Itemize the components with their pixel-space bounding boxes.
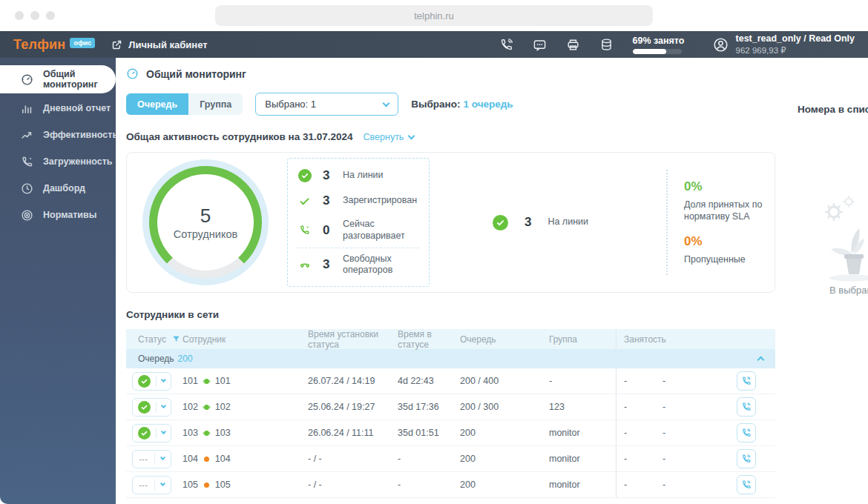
call-button[interactable]	[737, 397, 756, 417]
queue-cell: 200 / 400	[460, 376, 549, 386]
queue-cell: 200	[460, 428, 549, 438]
user-menu[interactable]: test_read_only / Read Only 962 969,93 ₽	[713, 33, 855, 56]
employee-ext: 104	[183, 454, 198, 464]
call-button[interactable]	[737, 475, 756, 494]
user-avatar-icon	[713, 37, 729, 53]
col-employee: Сотрудник	[183, 334, 308, 345]
chevron-down-icon	[161, 377, 166, 382]
sidebar-item-efficiency[interactable]: Эффективность	[0, 122, 116, 148]
address-bar[interactable]: telphin.ru	[215, 5, 653, 26]
check-icon	[297, 194, 312, 208]
call-button[interactable]	[737, 449, 756, 468]
sidebar-item-label: Нормативы	[43, 210, 96, 220]
stat-label: Сейчас разговаривает	[343, 219, 419, 242]
presence-dot-icon	[204, 483, 209, 488]
collapse-link[interactable]: Свернуть	[364, 132, 415, 142]
chevron-down-icon	[161, 403, 166, 408]
group-row-label: Очередь	[138, 354, 174, 364]
phone-icon[interactable]	[499, 38, 513, 52]
tab-group[interactable]: Группа	[188, 93, 243, 115]
status-online-icon	[138, 401, 151, 414]
status-dropdown[interactable]: ---	[132, 450, 171, 468]
col-group: Группа	[549, 334, 616, 345]
chevron-down-icon	[383, 99, 390, 107]
table-row: 103103 26.06.24 / 11:11 35d 01:51 200 mo…	[126, 420, 775, 446]
time-in-status: 35d 01:51	[398, 428, 460, 438]
chevron-down-icon	[408, 132, 415, 139]
app-header: Телфин офис Личный кабинет 69% занято	[0, 31, 868, 58]
employee-name: 104	[215, 454, 231, 464]
stat-free-operators: 3 Свободных операторов	[297, 248, 419, 282]
capacity-indicator: 69% занято	[633, 36, 694, 54]
sidebar-item-daily-report[interactable]: Дневной отчет	[0, 95, 116, 122]
status-dropdown[interactable]	[132, 372, 171, 391]
busy-a: -	[617, 454, 662, 464]
busy-b: -	[662, 480, 714, 490]
dropdown-value: Выбрано: 1	[265, 99, 316, 110]
tab-queue[interactable]: Очередь	[126, 93, 188, 115]
busy-b: -	[662, 402, 714, 412]
stat-value: 0	[323, 223, 332, 238]
external-link-icon	[111, 39, 122, 50]
busy-a: -	[617, 402, 662, 412]
employees-section-title: Сотрудники в сети	[126, 309, 868, 320]
queue-group-row[interactable]: Очередь 200	[126, 349, 775, 368]
status-dropdown[interactable]	[132, 398, 171, 417]
stat-label: Свободных операторов	[343, 253, 419, 276]
queue-cell: 200	[460, 454, 549, 464]
sidebar-item-dashboard[interactable]: Дашборд	[0, 175, 116, 202]
call-button[interactable]	[737, 371, 756, 391]
trend-icon	[21, 129, 33, 142]
browser-window: telphin.ru Телфин офис Личный кабинет	[0, 0, 868, 504]
highlight-label: На линии	[548, 216, 588, 228]
status-dropdown[interactable]: ---	[132, 476, 171, 494]
chat-icon[interactable]	[533, 38, 547, 52]
queue-select-dropdown[interactable]: Выбрано: 1	[255, 93, 398, 116]
status-none-label: ---	[139, 454, 148, 463]
group-cell: -	[549, 376, 616, 386]
col-status: Статус	[138, 334, 166, 345]
database-icon[interactable]	[599, 38, 614, 52]
group-cell: monitor	[549, 428, 616, 438]
employees-donut-chart: 5 Сотрудников	[142, 159, 269, 285]
sidebar-item-monitoring[interactable]: Общий мониторинг	[0, 65, 116, 93]
stat-value: 3	[323, 257, 332, 272]
presence-dot-icon	[204, 405, 209, 410]
call-button[interactable]	[737, 423, 756, 442]
chevron-up-icon	[757, 357, 765, 364]
time-in-status: -	[398, 454, 460, 464]
col-queue: Очередь	[460, 334, 549, 345]
gauge-icon	[21, 73, 33, 86]
filter-icon[interactable]	[172, 335, 180, 343]
time-in-status: 35d 17:36	[398, 402, 460, 412]
close-window-button[interactable]	[15, 11, 24, 20]
minimize-window-button[interactable]	[30, 11, 39, 20]
employee-name: 105	[215, 480, 231, 490]
browser-chrome: telphin.ru	[0, 0, 868, 31]
office-badge: офис	[70, 38, 95, 48]
sidebar-item-load[interactable]: Загруженность	[0, 148, 116, 175]
selected-prefix: Выбрано:	[411, 99, 460, 110]
window-controls[interactable]	[15, 11, 55, 20]
sidebar-item-label: Эффективность	[43, 130, 118, 140]
table-header: Статус Сотрудник Время установки статуса…	[126, 329, 775, 349]
personal-cabinet-label: Личный кабинет	[128, 39, 207, 50]
status-set-time: - / -	[308, 480, 398, 490]
busy-progress-bar	[633, 49, 682, 54]
view-switcher: Очередь Группа	[126, 93, 243, 115]
stat-talking: 0 Сейчас разговаривает	[297, 213, 419, 247]
presence-dot-icon	[204, 379, 209, 384]
page-title: Общий мониторинг	[146, 68, 246, 80]
status-dropdown[interactable]	[132, 424, 171, 442]
printer-icon[interactable]	[566, 38, 580, 52]
chevron-down-icon	[161, 429, 166, 434]
sidebar-item-standards[interactable]: Нормативы	[0, 202, 116, 228]
sidebar-item-label: Загруженность	[43, 156, 113, 167]
activity-card: 5 Сотрудников 3 На линии 3 Зарегистр	[126, 152, 775, 293]
group-cell: 123	[549, 402, 616, 412]
stat-on-line: 3 На линии	[297, 163, 419, 188]
maximize-window-button[interactable]	[46, 11, 55, 20]
check-circle-icon	[297, 169, 312, 183]
chevron-down-icon	[160, 455, 165, 460]
personal-cabinet-link[interactable]: Личный кабинет	[111, 39, 207, 50]
